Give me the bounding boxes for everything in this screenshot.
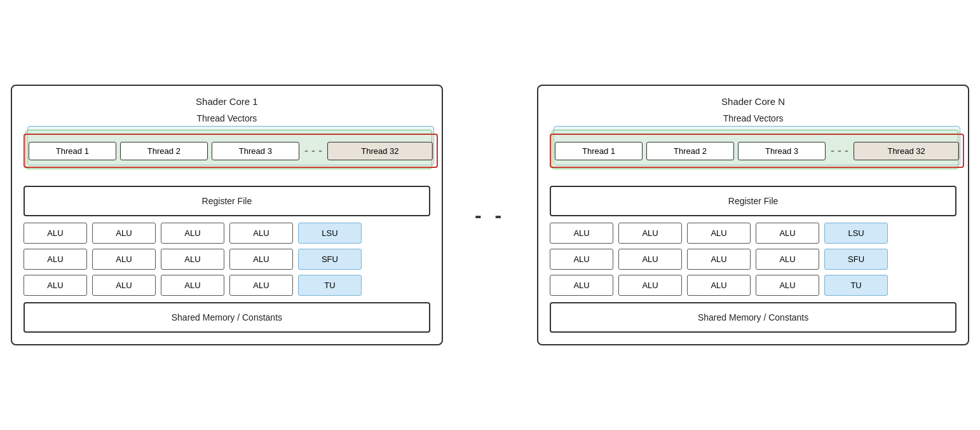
core1-thread-1: Thread 1 (29, 142, 116, 160)
coreN-alu-3-4: ALU (756, 275, 819, 296)
core1-sfu: SFU (298, 249, 362, 270)
core1-thread-vectors-section: Thread Vectors Thread 1 Thread 2 Thread … (24, 113, 430, 177)
coreN-thread-3: Thread 3 (738, 142, 826, 160)
coreN-eu-row-2: ALU ALU ALU ALU SFU (550, 249, 956, 270)
cores-wrapper: Shader Core 1 Thread Vectors Thread 1 Th… (11, 85, 969, 345)
core1-execution-units: ALU ALU ALU ALU LSU ALU ALU ALU ALU SFU … (24, 223, 430, 296)
coreN-tv-row: Thread 1 Thread 2 Thread 3 - - - Thread … (550, 134, 964, 168)
shader-core-1: Shader Core 1 Thread Vectors Thread 1 Th… (11, 85, 443, 345)
coreN-lsu: LSU (824, 223, 888, 244)
core1-alu-3-2: ALU (92, 275, 156, 296)
coreN-alu-1-4: ALU (756, 223, 819, 244)
coreN-thread-dots: - - - (829, 144, 850, 158)
coreN-thread-32: Thread 32 (854, 142, 959, 160)
core1-thread-3: Thread 3 (212, 142, 299, 160)
core1-thread-stack: Thread 1 Thread 2 Thread 3 - - - Thread … (24, 126, 430, 177)
coreN-eu-row-3: ALU ALU ALU ALU TU (550, 275, 956, 296)
coreN-alu-2-2: ALU (618, 249, 682, 270)
core1-alu-2-3: ALU (161, 249, 224, 270)
cores-separator: - - (468, 204, 512, 227)
core1-eu-row-2: ALU ALU ALU ALU SFU (24, 249, 430, 270)
coreN-alu-2-1: ALU (550, 249, 613, 270)
core1-eu-row-1: ALU ALU ALU ALU LSU (24, 223, 430, 244)
coreN-thread-stack: Thread 1 Thread 2 Thread 3 - - - Thread … (550, 126, 956, 177)
core1-alu-1-2: ALU (92, 223, 156, 244)
core1-alu-3-4: ALU (229, 275, 293, 296)
coreN-alu-3-3: ALU (687, 275, 751, 296)
coreN-alu-3-1: ALU (550, 275, 613, 296)
coreN-alu-3-2: ALU (618, 275, 682, 296)
core1-alu-3-1: ALU (24, 275, 87, 296)
core1-thread-2: Thread 2 (120, 142, 208, 160)
core1-tv-row: Thread 1 Thread 2 Thread 3 - - - Thread … (24, 134, 438, 168)
coreN-alu-1-1: ALU (550, 223, 613, 244)
core1-alu-2-2: ALU (92, 249, 156, 270)
core1-tu: TU (298, 275, 362, 296)
coreN-tu: TU (824, 275, 888, 296)
core1-lsu: LSU (298, 223, 362, 244)
coreN-alu-1-2: ALU (618, 223, 682, 244)
core1-alu-2-1: ALU (24, 249, 87, 270)
core1-title: Shader Core 1 (24, 96, 430, 107)
coreN-shared-memory: Shared Memory / Constants (550, 302, 956, 333)
coreN-tv-label: Thread Vectors (550, 113, 956, 123)
core1-tv-label: Thread Vectors (24, 113, 430, 123)
coreN-register-file: Register File (550, 186, 956, 216)
core1-alu-3-3: ALU (161, 275, 224, 296)
page-container: Shader Core 1 Thread Vectors Thread 1 Th… (0, 0, 980, 430)
core1-alu-2-4: ALU (229, 249, 293, 270)
coreN-alu-1-3: ALU (687, 223, 751, 244)
coreN-title: Shader Core N (550, 96, 956, 107)
coreN-execution-units: ALU ALU ALU ALU LSU ALU ALU ALU ALU SFU … (550, 223, 956, 296)
core1-thread-32: Thread 32 (327, 142, 433, 160)
core1-alu-1-3: ALU (161, 223, 224, 244)
coreN-alu-2-3: ALU (687, 249, 751, 270)
coreN-sfu: SFU (824, 249, 888, 270)
core1-alu-1-4: ALU (229, 223, 293, 244)
core1-thread-dots: - - - (303, 144, 323, 158)
coreN-thread-1: Thread 1 (555, 142, 643, 160)
core1-alu-1-1: ALU (24, 223, 87, 244)
coreN-alu-2-4: ALU (756, 249, 819, 270)
coreN-thread-2: Thread 2 (646, 142, 734, 160)
shader-core-n: Shader Core N Thread Vectors Thread 1 Th… (537, 85, 969, 345)
core1-register-file: Register File (24, 186, 430, 216)
coreN-thread-vectors-section: Thread Vectors Thread 1 Thread 2 Thread … (550, 113, 956, 177)
core1-shared-memory: Shared Memory / Constants (24, 302, 430, 333)
coreN-eu-row-1: ALU ALU ALU ALU LSU (550, 223, 956, 244)
core1-eu-row-3: ALU ALU ALU ALU TU (24, 275, 430, 296)
